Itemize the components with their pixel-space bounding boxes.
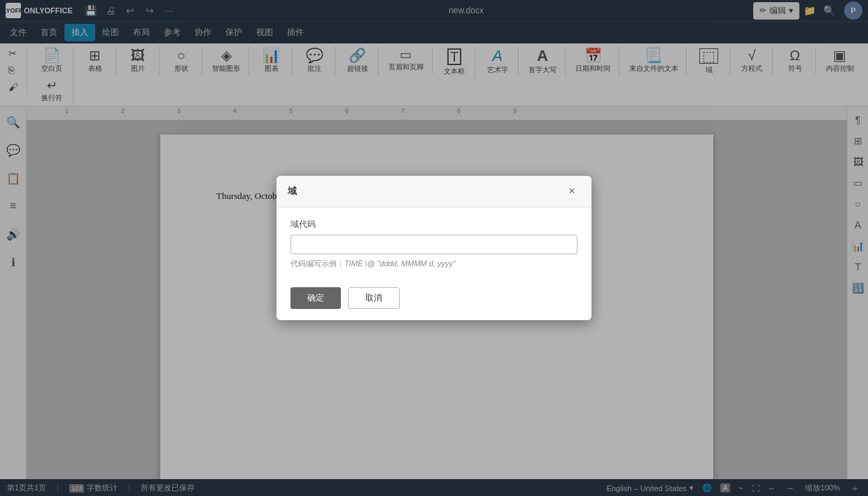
field-hint-example: TIME \@ "dddd, MMMM d, yyyy" bbox=[344, 259, 456, 268]
cancel-button[interactable]: 取消 bbox=[348, 287, 400, 309]
modal-title: 域 bbox=[288, 185, 297, 198]
modal-close-button[interactable]: × bbox=[564, 183, 580, 200]
modal-footer: 确定 取消 bbox=[276, 280, 592, 320]
modal-dialog: 域 × 域代码 代码编写示例：TIME \@ "dddd, MMMM d, yy… bbox=[276, 176, 592, 320]
modal-body: 域代码 代码编写示例：TIME \@ "dddd, MMMM d, yyyy" bbox=[276, 207, 592, 280]
field-code-input[interactable] bbox=[290, 235, 578, 254]
confirm-button[interactable]: 确定 bbox=[290, 287, 341, 309]
modal-header: 域 × bbox=[276, 176, 592, 207]
field-hint: 代码编写示例：TIME \@ "dddd, MMMM d, yyyy" bbox=[290, 259, 578, 269]
field-code-label: 域代码 bbox=[290, 219, 578, 230]
modal-overlay: 域 × 域代码 代码编写示例：TIME \@ "dddd, MMMM d, yy… bbox=[0, 0, 868, 496]
field-hint-prefix: 代码编写示例： bbox=[290, 259, 344, 268]
